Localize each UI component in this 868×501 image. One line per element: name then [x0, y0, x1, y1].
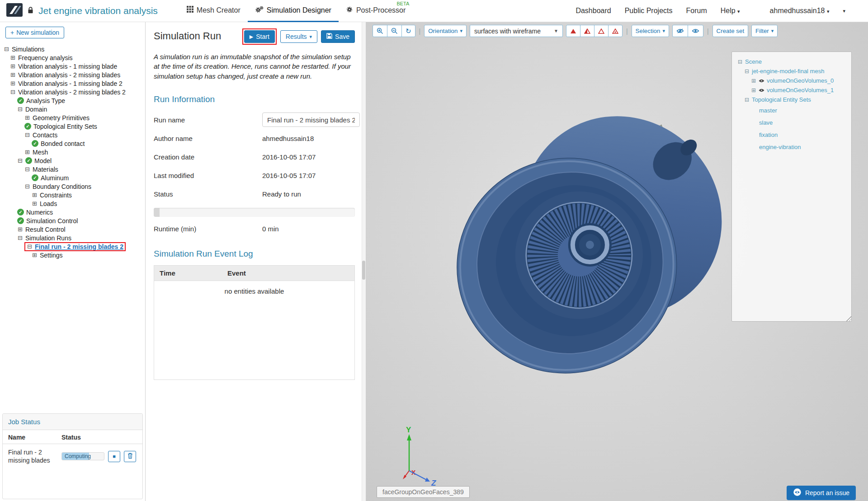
panel-resize-grip[interactable]	[844, 314, 851, 321]
zoom-out-button[interactable]	[387, 25, 402, 37]
tree-item[interactable]: ✓Analysis Type	[0, 96, 145, 105]
scene-item-volume[interactable]: ⊞volumeOnGeoVolumes_1	[737, 85, 849, 95]
expand-icon[interactable]: ⊞	[10, 63, 16, 69]
tree-item-selected-run[interactable]: ⊟Final run - 2 missing blades 2	[0, 242, 145, 251]
tree-item[interactable]: ✓Simulation Control	[0, 216, 145, 225]
collapse-icon[interactable]: ⊟	[4, 46, 9, 52]
save-button[interactable]: Save	[321, 30, 355, 43]
report-issue-button[interactable]: Report an issue	[787, 486, 856, 500]
user-menu[interactable]: ahmedhussain18 ▾	[770, 7, 830, 15]
tree-item[interactable]: ⊞Vibration analysis - 2 missing blades	[0, 70, 145, 79]
expand-icon[interactable]: ⊞	[10, 80, 16, 86]
stop-job-button[interactable]: ■	[108, 451, 120, 462]
new-simulation-button[interactable]: +New simulation	[5, 27, 64, 38]
scrollbar-thumb[interactable]	[362, 261, 365, 280]
tree-item[interactable]: ⊞Settings	[0, 251, 145, 259]
show-entities-icon[interactable]	[688, 25, 703, 37]
collapse-icon[interactable]: ⊟	[24, 183, 30, 189]
tree-item[interactable]: ⊞Frequency analysis	[0, 53, 145, 62]
tree-item[interactable]: ⊟Vibration analysis - 2 missing blades 2	[0, 88, 145, 96]
nav-public-projects[interactable]: Public Projects	[625, 7, 673, 15]
tree-item[interactable]: ⊟Contacts	[0, 131, 145, 139]
tree-item[interactable]: ✓Numerics	[0, 208, 145, 216]
nav-dashboard[interactable]: Dashboard	[576, 7, 611, 15]
expand-icon[interactable]: ⊞	[751, 87, 756, 94]
nav-forum[interactable]: Forum	[686, 7, 707, 15]
tree-item[interactable]: ⊞Mesh	[0, 148, 145, 156]
collapse-icon[interactable]: ⊟	[27, 243, 33, 249]
collapse-icon[interactable]: ⊟	[744, 68, 750, 75]
delete-job-button[interactable]	[124, 451, 136, 462]
collapse-icon[interactable]: ⊟	[737, 59, 743, 65]
reset-view-icon[interactable]: ↻	[401, 25, 415, 37]
tree-item[interactable]: ⊟Simulation Runs	[0, 234, 145, 242]
mesh-quality-half-icon[interactable]	[580, 25, 594, 37]
tree-item-simulations[interactable]: ⊟Simulations	[0, 45, 145, 53]
tree-item[interactable]: ✓Bonded contact	[0, 139, 145, 148]
zoom-in-button[interactable]	[373, 25, 387, 37]
hide-entities-icon[interactable]	[672, 25, 688, 37]
expand-icon[interactable]: ⊞	[32, 192, 38, 198]
expand-icon[interactable]: ⊞	[751, 78, 756, 84]
results-button[interactable]: Results▾	[280, 30, 317, 43]
orientation-dropdown[interactable]: Orientation▾	[424, 25, 467, 37]
caret-down-icon[interactable]: ▾	[843, 8, 845, 14]
expand-icon[interactable]: ⊞	[10, 72, 16, 78]
eye-icon[interactable]	[759, 87, 764, 94]
collapse-icon[interactable]: ⊟	[17, 158, 23, 164]
tree-item[interactable]: ⊟✓Model	[0, 156, 145, 165]
trash-icon	[127, 453, 133, 460]
status-value: Ready to run	[262, 190, 301, 198]
tree-item[interactable]: ⊟Domain	[0, 105, 145, 113]
scene-item-set[interactable]: fixation	[737, 129, 849, 141]
collapse-icon[interactable]: ⊟	[744, 97, 750, 103]
tab-simulation-designer[interactable]: Simulation Designer	[248, 0, 339, 22]
start-run-button[interactable]: ▶Start	[244, 30, 275, 43]
collapse-icon[interactable]: ⊟	[17, 106, 23, 112]
expand-icon[interactable]: ⊞	[32, 252, 38, 258]
scene-item-scene[interactable]: ⊟Scene	[737, 57, 849, 66]
scene-item-set[interactable]: master	[737, 104, 849, 117]
collapse-icon[interactable]: ⊟	[24, 132, 30, 138]
tab-post-processor[interactable]: BETA Post-Processor	[339, 0, 413, 22]
simscale-logo[interactable]	[6, 3, 23, 19]
scene-item-set[interactable]: slave	[737, 117, 849, 129]
scene-item-set[interactable]: engine-vibration	[737, 141, 849, 153]
scene-item-topo-sets[interactable]: ⊟Topological Entity Sets	[737, 95, 849, 104]
tab-mesh-creator[interactable]: Mesh Creator	[179, 0, 248, 22]
mesh-quality-outline-icon[interactable]	[594, 25, 609, 37]
expand-icon[interactable]: ⊞	[24, 149, 30, 155]
tree-item[interactable]: ⊞Geometry Primitives	[0, 113, 145, 122]
panel-scrollbar[interactable]	[362, 22, 366, 501]
create-set-button[interactable]: Create set	[712, 25, 749, 37]
collapse-icon[interactable]: ⊟	[10, 89, 16, 95]
expand-icon[interactable]: ⊞	[17, 226, 23, 232]
report-issue-label: Report an issue	[805, 489, 849, 496]
filter-dropdown[interactable]: Filter▾	[751, 25, 778, 37]
tree-item[interactable]: ⊞Vibration analysis - 1 missing blade 2	[0, 79, 145, 88]
face-group-label[interactable]: faceGroupOnGeoFaces_389	[377, 486, 470, 498]
run-name-input[interactable]	[262, 112, 360, 127]
tree-item[interactable]: ⊞Loads	[0, 199, 145, 208]
nav-help-menu[interactable]: Help ▾	[721, 7, 740, 15]
tree-item[interactable]: ⊟Boundary Conditions	[0, 182, 145, 191]
tree-item[interactable]: ✓Aluminum	[0, 173, 145, 182]
render-mode-select[interactable]: surfaces with wireframe▼	[470, 25, 563, 37]
selection-dropdown[interactable]: Selection▾	[632, 25, 669, 37]
collapse-icon[interactable]: ⊟	[24, 166, 30, 172]
tree-item[interactable]: ⊞Vibration analysis - 1 missing blade	[0, 62, 145, 70]
tree-item[interactable]: ✓Topological Entity Sets	[0, 122, 145, 131]
3d-viewport[interactable]: ↻ | Orientation▾ surfaces with wireframe…	[366, 22, 868, 501]
mesh-quality-marked-icon[interactable]	[608, 25, 623, 37]
scene-item-mesh[interactable]: ⊟jet-engine-model-final mesh	[737, 66, 849, 76]
expand-icon[interactable]: ⊞	[32, 201, 38, 206]
tree-item[interactable]: ⊞Constraints	[0, 191, 145, 199]
tree-item[interactable]: ⊞Result Control	[0, 225, 145, 234]
collapse-icon[interactable]: ⊟	[17, 235, 23, 241]
scene-item-volume[interactable]: ⊞volumeOnGeoVolumes_0	[737, 76, 849, 85]
tree-item[interactable]: ⊟Materials	[0, 165, 145, 173]
expand-icon[interactable]: ⊞	[10, 55, 16, 61]
expand-icon[interactable]: ⊞	[24, 115, 30, 121]
mesh-quality-solid-icon[interactable]	[566, 25, 580, 37]
eye-icon[interactable]	[759, 77, 764, 84]
